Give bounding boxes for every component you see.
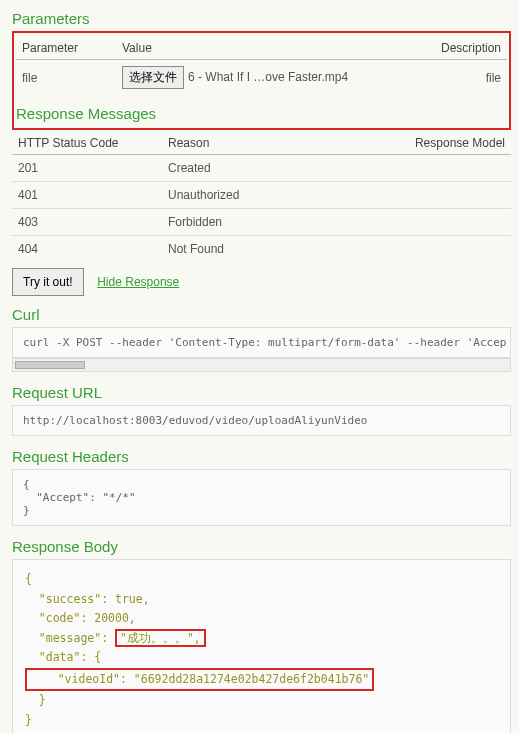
hide-response-link[interactable]: Hide Response — [97, 275, 179, 289]
col-parameter: Parameter — [16, 37, 116, 60]
selected-filename: 6 - What If I …ove Faster.mp4 — [188, 70, 348, 84]
status-code: 403 — [12, 209, 162, 236]
try-it-out-button[interactable]: Try it out! — [12, 268, 84, 296]
request-url-heading: Request URL — [12, 384, 511, 401]
status-code: 201 — [12, 155, 162, 182]
json-line: } — [25, 693, 46, 707]
json-line: "code": 20000, — [25, 611, 136, 625]
message-highlight: "成功。。。", — [115, 629, 206, 647]
param-row-file: file 选择文件6 - What If I …ove Faster.mp4 f… — [16, 60, 507, 96]
param-type: file — [417, 60, 507, 96]
table-row: 201Created — [12, 155, 511, 182]
scrollbar-thumb[interactable] — [15, 361, 85, 369]
col-response-model: Response Model — [391, 132, 511, 155]
status-code: 404 — [12, 236, 162, 263]
status-reason: Created — [162, 155, 391, 182]
curl-block: curl -X POST --header 'Content-Type: mul… — [12, 327, 511, 358]
parameters-highlight-box: Parameter Value Description file 选择文件6 -… — [12, 31, 511, 130]
status-reason: Forbidden — [162, 209, 391, 236]
param-name: file — [16, 60, 116, 96]
request-url-block: http://localhost:8003/eduvod/video/uploa… — [12, 405, 511, 436]
col-reason: Reason — [162, 132, 391, 155]
col-http-code: HTTP Status Code — [12, 132, 162, 155]
param-value-cell: 选择文件6 - What If I …ove Faster.mp4 — [116, 60, 417, 96]
status-reason: Not Found — [162, 236, 391, 263]
action-row: Try it out! Hide Response — [12, 268, 511, 296]
curl-scrollbar[interactable]: ◀ — [12, 358, 511, 372]
videoid-highlight: "videoId": "6692dd28a1274e02b427de6f2b04… — [25, 668, 374, 692]
response-messages-table: HTTP Status Code Reason Response Model 2… — [12, 132, 511, 262]
status-reason: Unauthorized — [162, 182, 391, 209]
col-value: Value — [116, 37, 417, 60]
request-headers-block: { "Accept": "*/*" } — [12, 469, 511, 526]
table-row: 401Unauthorized — [12, 182, 511, 209]
parameters-table: Parameter Value Description file 选择文件6 -… — [16, 37, 507, 95]
curl-heading: Curl — [12, 306, 511, 323]
choose-file-button[interactable]: 选择文件 — [122, 66, 184, 89]
response-body-heading: Response Body — [12, 538, 511, 555]
json-line: { — [25, 572, 32, 586]
col-description: Description — [417, 37, 507, 60]
parameters-heading: Parameters — [12, 10, 511, 27]
json-line: "message": — [25, 631, 115, 645]
response-body-block: { "success": true, "code": 20000, "messa… — [12, 559, 511, 733]
request-headers-heading: Request Headers — [12, 448, 511, 465]
json-line: "success": true, — [25, 592, 150, 606]
json-line: } — [25, 713, 32, 727]
json-line: "data": { — [25, 650, 101, 664]
table-row: 404Not Found — [12, 236, 511, 263]
response-messages-heading: Response Messages — [16, 105, 507, 122]
table-row: 403Forbidden — [12, 209, 511, 236]
status-code: 401 — [12, 182, 162, 209]
